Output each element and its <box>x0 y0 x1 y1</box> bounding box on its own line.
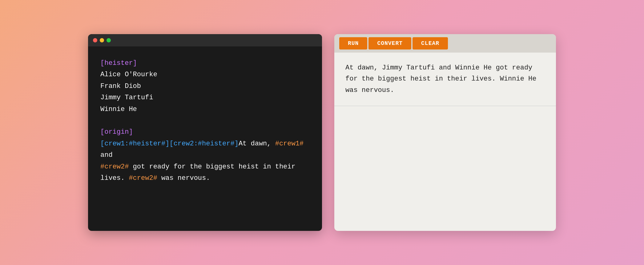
list-item: Frank Diob <box>100 81 310 92</box>
convert-button[interactable]: CONVERT <box>368 37 411 49</box>
minimize-dot[interactable] <box>100 38 104 42</box>
heister-label: [heister] <box>100 57 310 69</box>
origin-label: [origin] <box>100 126 310 138</box>
origin-line-1: [crew1:#heister#][crew2:#heister#]At daw… <box>100 138 310 161</box>
terminal-window: [heister] Alice O'Rourke Frank Diob Jimm… <box>88 34 322 231</box>
list-item: Winnie He <box>100 104 310 115</box>
origin-text-4: was nervous. <box>157 174 210 182</box>
origin-line-3: lives. #crew2# was nervous. <box>100 172 310 184</box>
terminal-titlebar <box>88 34 322 46</box>
output-toolbar: RUN CONVERT CLEAR <box>334 34 556 53</box>
heister-list: Alice O'Rourke Frank Diob Jimmy Tartufi … <box>100 69 310 115</box>
output-window: RUN CONVERT CLEAR At dawn, Jimmy Tartufi… <box>334 34 556 231</box>
crew2-tag: [crew2:#heister#] <box>169 140 238 148</box>
crew1-ref: #crew1# <box>275 140 304 148</box>
crew2-ref-2: #crew2# <box>129 174 157 182</box>
result-text: At dawn, Jimmy Tartufi and Winnie He got… <box>345 64 537 94</box>
output-content: At dawn, Jimmy Tartufi and Winnie He got… <box>334 53 556 106</box>
output-empty-area <box>334 106 556 231</box>
maximize-dot[interactable] <box>107 38 111 42</box>
close-dot[interactable] <box>93 38 97 42</box>
clear-button[interactable]: CLEAR <box>413 37 448 49</box>
origin-line-2: #crew2# got ready for the biggest heist … <box>100 161 310 172</box>
terminal-body: [heister] Alice O'Rourke Frank Diob Jimm… <box>88 46 322 195</box>
list-item: Jimmy Tartufi <box>100 92 310 103</box>
crew2-ref: #crew2# <box>100 163 129 171</box>
origin-text-1: At dawn, <box>239 140 275 148</box>
origin-text-3: lives. <box>100 174 129 182</box>
origin-and: and <box>100 151 113 159</box>
crew1-tag: [crew1:#heister#] <box>100 140 169 148</box>
origin-text-2: got ready for the biggest heist in their <box>129 163 295 171</box>
list-item: Alice O'Rourke <box>100 69 310 80</box>
run-button[interactable]: RUN <box>339 37 367 49</box>
